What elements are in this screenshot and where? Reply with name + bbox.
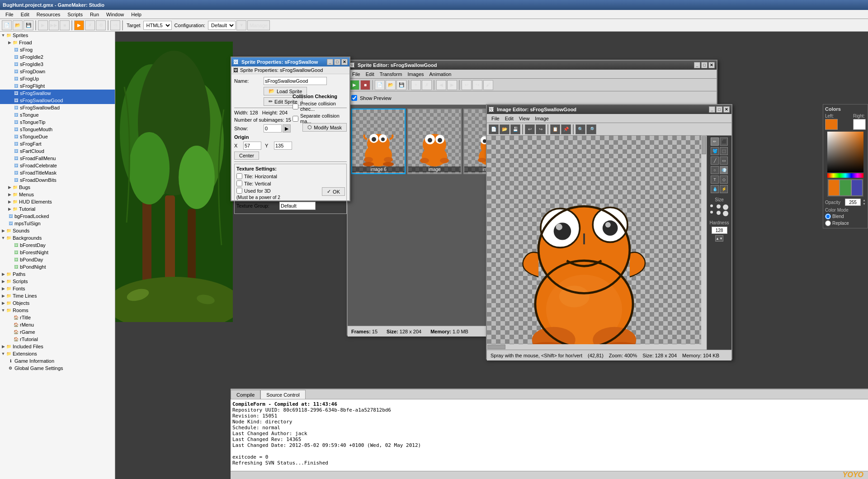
opacity-input[interactable]	[845, 199, 861, 206]
sprites-expand[interactable]: ▼	[1, 33, 5, 38]
hardness-input[interactable]	[712, 227, 727, 234]
pencil-tool[interactable]: ✏	[711, 138, 719, 146]
sprite-thumb-7[interactable]: image	[407, 109, 462, 174]
compile-output-area[interactable]: CompileForm - Compiled at: 11:43:46 Repo…	[231, 399, 868, 471]
se-brush-btn[interactable]: 🖌	[483, 80, 493, 90]
compile-tab[interactable]: Compile	[231, 390, 260, 399]
used-3d-checkbox[interactable]	[236, 188, 242, 194]
target-select[interactable]: HTML5	[143, 21, 172, 30]
run-btn[interactable]: ▶	[74, 20, 84, 30]
se-menu-animation[interactable]: Animation	[427, 71, 454, 77]
sidebar-sfrogswallowbad[interactable]: 🖼 sFrogSwallowBad	[0, 104, 115, 111]
sidebar-sfrogfart[interactable]: 🖼 sFrogFart	[0, 140, 115, 147]
add-sprite-btn[interactable]: +S	[110, 20, 120, 30]
sidebar-sfrogup[interactable]: 🖼 sFrogUp	[0, 75, 115, 82]
sidebar-stonguemouth[interactable]: 🖼 sTongueMouth	[0, 126, 115, 133]
ie-zoom-in-btn[interactable]: 🔍	[576, 124, 585, 134]
ie-paste-btn[interactable]: 📌	[561, 124, 571, 134]
canvas-scrollbar-v[interactable]	[701, 136, 707, 350]
se-left-btn[interactable]: ◀	[436, 80, 446, 90]
sidebar-bugs[interactable]: ▶ 📁 Bugs	[0, 184, 115, 191]
sidebar-sfrogswallow[interactable]: 🖼 sFrogSwallow	[0, 90, 115, 97]
sidebar-bforestday[interactable]: 🖼 bForestDay	[0, 242, 115, 249]
settings-btn[interactable]: ⚙	[96, 20, 106, 30]
eraser-tool[interactable]: ⬛	[720, 138, 728, 146]
sprite-props-close[interactable]: ✕	[341, 59, 348, 65]
sidebar-hudelements[interactable]: ▶ 📁 HUD Elements	[0, 198, 115, 205]
sprite-props-minimize[interactable]: _	[327, 59, 333, 65]
sidebar-stonguetiip[interactable]: 🖼 sTongueTip	[0, 119, 115, 126]
menu-scripts[interactable]: Scripts	[64, 11, 86, 18]
menu-window[interactable]: Window	[103, 11, 127, 18]
left-swatch[interactable]	[825, 119, 838, 130]
clean-btn[interactable]: ✗	[85, 20, 95, 30]
sprite-editor-minimize[interactable]: _	[694, 62, 700, 68]
image-editor-minimize[interactable]: _	[709, 106, 715, 113]
sidebar-extensions[interactable]: ▼ 📁 Extensions	[0, 350, 115, 357]
source-control-tab[interactable]: Source Control	[260, 390, 305, 399]
sidebar-rgame[interactable]: 🏠 rGame	[0, 328, 115, 336]
config-dropdown[interactable]: ▼	[236, 20, 246, 30]
se-delete-frame-btn[interactable]: ✗	[422, 80, 432, 90]
sidebar-fonts[interactable]: ▶ 📁 Fonts	[0, 285, 115, 292]
sidebar-sfrogldle2[interactable]: 🖼 sFrogIdle2	[0, 53, 115, 61]
config-select[interactable]: Default	[208, 21, 236, 30]
se-menu-images[interactable]: Images	[405, 71, 426, 77]
sprite-editor-close[interactable]: ✕	[708, 62, 715, 68]
se-menu-transform[interactable]: Transform	[377, 71, 405, 77]
sidebar-sfrogldle3[interactable]: 🖼 sFrogIdle3	[0, 61, 115, 68]
menu-file[interactable]: File	[2, 11, 17, 18]
sidebar-menus[interactable]: ▶ 📁 Menus	[0, 191, 115, 198]
rect-tool[interactable]: ▭	[720, 157, 728, 165]
tile-v-checkbox[interactable]	[236, 180, 242, 186]
sidebar-sfrogswallowgood[interactable]: 🖼 sFrogSwallowGood	[0, 97, 115, 104]
sidebar-globalgamesettings[interactable]: ⚙ Global Game Settings	[0, 365, 115, 372]
se-play-btn[interactable]: ▶	[349, 80, 359, 90]
sprite-props-maximize[interactable]: □	[334, 59, 340, 65]
hue-bar[interactable]	[827, 173, 863, 178]
opacity-stepper[interactable]: ▲ ▼	[863, 199, 866, 206]
spray-tool[interactable]: 💨	[720, 166, 728, 174]
size-dot-4[interactable]	[710, 211, 713, 213]
size-dot-5[interactable]	[717, 211, 721, 215]
size-dot-3[interactable]	[723, 204, 728, 210]
se-right-btn[interactable]: ▶	[447, 80, 457, 90]
ie-open-btn[interactable]: 📂	[500, 124, 509, 134]
ie-menu-file[interactable]: File	[489, 116, 502, 121]
se-redo-btn[interactable]: ↪	[472, 80, 482, 90]
sidebar-sfroadfallmenu[interactable]: 🖼 sFroadFallMenu	[0, 155, 115, 162]
sidebar-bpondnight[interactable]: 🖼 bPondNight	[0, 263, 115, 270]
text-tool[interactable]: T	[711, 175, 719, 184]
diamond-tool[interactable]: ◇	[720, 175, 728, 184]
sidebar-tutorial[interactable]: ▶ 📁 Tutorial	[0, 205, 115, 213]
color-b-swatch[interactable]	[851, 180, 863, 196]
circle-tool[interactable]: ○	[711, 166, 719, 174]
image-editor-title-bar[interactable]: 🖼 Image Editor: sFrogSwallowGood _ □ ✕	[487, 105, 731, 114]
sidebar-sfrogflight[interactable]: 🖼 sFrogFlight	[0, 82, 115, 90]
sidebar-sprites[interactable]: ▼ 📁 Sprites	[0, 32, 115, 39]
size-dot-2[interactable]	[717, 204, 721, 209]
se-load-btn[interactable]: 📂	[386, 80, 396, 90]
sidebar-rmenu[interactable]: 🏠 rMenu	[0, 321, 115, 328]
sprite-thumb-6[interactable]: image 6	[351, 109, 406, 174]
se-menu-file[interactable]: File	[349, 71, 363, 77]
sidebar-rtitle[interactable]: 🏠 rTitle	[0, 314, 115, 321]
ie-copy-btn[interactable]: 📋	[550, 124, 560, 134]
open-btn[interactable]: 📂	[13, 20, 23, 30]
sidebar-sfroadcelebrate[interactable]: 🖼 sFroadCelebrate	[0, 162, 115, 169]
ok-button[interactable]: ✓ OK	[322, 187, 345, 196]
play-btn[interactable]: ▶	[38, 20, 48, 30]
sprite-editor-title-bar[interactable]: 🖼 Sprite Editor: sFrogSwallowGood _ □ ✕	[348, 61, 717, 70]
show-input[interactable]	[264, 124, 282, 133]
sidebar-sfartcloud[interactable]: 🖼 sFartCloud	[0, 147, 115, 155]
sidebar-scripts[interactable]: ▶ 📁 Scripts	[0, 278, 115, 285]
sidebar-rooms[interactable]: ▼ 📁 Rooms	[0, 307, 115, 314]
ie-zoom-out-btn[interactable]: 🔎	[586, 124, 596, 134]
sprite-editor-maximize[interactable]: □	[701, 62, 708, 68]
line-tool[interactable]: ╱	[711, 157, 719, 165]
menu-run[interactable]: Run	[86, 11, 103, 18]
sidebar-stonguedue[interactable]: 🖼 sTongueDue	[0, 133, 115, 140]
menu-resources[interactable]: Resources	[33, 11, 64, 18]
play-debug-btn[interactable]: ▶▶	[49, 20, 59, 30]
sidebar-bgfroadlocked[interactable]: 🖼 bgFroadLocked	[0, 213, 115, 220]
